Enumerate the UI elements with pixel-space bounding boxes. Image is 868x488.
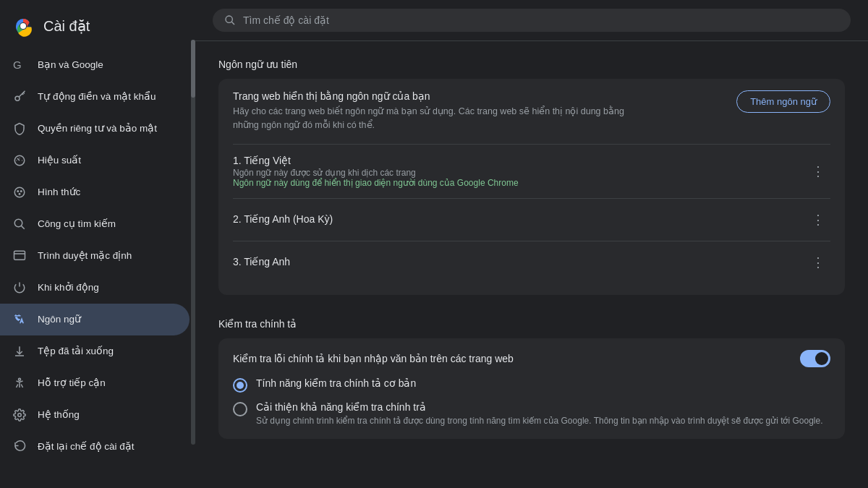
svg-point-8 xyxy=(14,187,25,197)
sidebar: Cài đặt G Bạn và Google Tự động điền và … xyxy=(0,0,195,488)
search-input-wrapper xyxy=(213,9,851,32)
language-en-us-menu-button[interactable]: ⋮ xyxy=(806,209,830,231)
sidebar-item-ban-va-google[interactable]: G Bạn và Google xyxy=(0,49,190,81)
svg-point-12 xyxy=(14,219,22,227)
sidebar-item-hieu-suat[interactable]: Hiệu suất xyxy=(0,145,190,176)
language-en-menu-button[interactable]: ⋮ xyxy=(806,252,830,273)
sidebar-item-dat-lai-che-do[interactable]: Đặt lại chế độ cài đặt xyxy=(0,431,190,463)
svg-line-13 xyxy=(22,226,25,229)
radio-item-enhanced[interactable]: Cải thiện khả năng kiểm tra chính trả Sử… xyxy=(233,401,830,427)
svg-point-19 xyxy=(226,16,232,22)
chrome-logo-icon xyxy=(12,14,35,38)
svg-point-18 xyxy=(18,414,22,417)
search-bar xyxy=(195,0,868,41)
sidebar-item-quyen-rieng-tu[interactable]: Quyền riêng tư và bảo mật xyxy=(0,113,190,145)
browser-icon xyxy=(12,248,27,264)
language-item-en: 3. Tiếng Anh ⋮ xyxy=(233,241,830,283)
sidebar-title: Cài đặt xyxy=(43,17,90,35)
svg-line-20 xyxy=(231,22,234,25)
language-card-header: Trang web hiển thị bằng ngôn ngữ của bạn… xyxy=(233,90,830,132)
radio-enhanced-desc: Sử dụng chính trình kiểm tra chính tả đư… xyxy=(256,414,823,427)
language-priority-section: Ngôn ngữ ưu tiên Trang web hiển thị bằng… xyxy=(218,59,845,295)
sidebar-navigation: G Bạn và Google Tự động điền và mật khẩu… xyxy=(0,49,195,463)
svg-text:G: G xyxy=(13,59,22,71)
language-header-text: Trang web hiển thị bằng ngôn ngữ của bạn… xyxy=(233,90,725,132)
search-icon xyxy=(224,14,236,26)
language-en-name: 3. Tiếng Anh xyxy=(233,256,806,267)
sidebar-item-he-thong[interactable]: Hệ thống xyxy=(0,399,190,431)
main-content: Ngôn ngữ ưu tiên Trang web hiển thị bằng… xyxy=(195,0,868,488)
accessibility-icon xyxy=(12,375,27,391)
language-item-viet-text: 1. Tiếng Việt Ngôn ngữ này được sử dụng … xyxy=(233,155,806,188)
sidebar-item-cong-cu-tim-kiem[interactable]: Công cụ tìm kiếm xyxy=(0,208,190,240)
spell-check-radio-group: Tính năng kiểm tra chính tả cơ bản Cải t… xyxy=(233,377,830,427)
reset-icon xyxy=(12,439,27,455)
language-viet-extra: Ngôn ngữ này dùng để hiển thị giao diện … xyxy=(233,178,806,188)
language-viet-desc: Ngôn ngữ này được sử dụng khi dịch các t… xyxy=(233,168,806,178)
radio-enhanced-outer xyxy=(233,402,247,416)
radio-item-basic[interactable]: Tính năng kiểm tra chính tả cơ bản xyxy=(233,377,830,393)
search-input[interactable] xyxy=(243,14,839,26)
toggle-thumb xyxy=(815,352,828,365)
svg-point-17 xyxy=(19,378,21,380)
svg-line-6 xyxy=(22,94,24,95)
language-item-en-text: 3. Tiếng Anh xyxy=(233,256,806,269)
language-en-us-name: 2. Tiếng Anh (Hoa Kỳ) xyxy=(233,213,806,225)
language-viet-name: 1. Tiếng Việt xyxy=(233,155,806,166)
sidebar-header: Cài đặt xyxy=(0,6,195,49)
search-icon xyxy=(12,216,27,232)
translate-icon xyxy=(12,312,27,328)
sidebar-item-ho-tro-tiep-can[interactable]: Hỗ trợ tiếp cận xyxy=(0,367,190,399)
spell-check-section: Kiểm tra chính tả Kiểm tra lỗi chính tả … xyxy=(218,318,845,439)
sidebar-item-hinh-thuc[interactable]: Hình thức xyxy=(0,176,190,208)
radio-basic-inner xyxy=(237,382,244,389)
svg-point-9 xyxy=(17,191,19,192)
sidebar-item-tu-dong-dien[interactable]: Tự động điền và mật khẩu xyxy=(0,81,190,113)
svg-point-3 xyxy=(15,96,20,100)
language-list: 1. Tiếng Việt Ngôn ngữ này được sử dụng … xyxy=(233,144,830,283)
radio-basic-outer xyxy=(233,378,247,393)
spell-check-section-title: Kiểm tra chính tả xyxy=(218,318,845,330)
download-icon xyxy=(12,343,27,359)
sidebar-item-trinh-duyet-mac-dinh[interactable]: Trình duyệt mặc định xyxy=(0,240,190,272)
add-language-button[interactable]: Thêm ngôn ngữ xyxy=(736,90,830,113)
language-item-viet: 1. Tiếng Việt Ngôn ngữ này được sử dụng … xyxy=(233,145,830,199)
spell-check-card: Kiểm tra lỗi chính tả khi bạn nhập văn b… xyxy=(218,338,845,439)
settings-content: Ngôn ngữ ưu tiên Trang web hiển thị bằng… xyxy=(195,41,868,488)
radio-enhanced-text: Cải thiện khả năng kiểm tra chính trả Sử… xyxy=(256,401,823,427)
spell-check-toggle-label: Kiểm tra lỗi chính tả khi bạn nhập văn b… xyxy=(233,353,514,364)
sidebar-item-khi-khoi-dong[interactable]: Khi khởi động xyxy=(0,272,190,304)
svg-rect-14 xyxy=(14,251,25,260)
svg-line-5 xyxy=(23,93,25,94)
svg-point-11 xyxy=(19,194,20,195)
svg-point-1 xyxy=(20,23,26,29)
sidebar-item-ngon-ngu[interactable]: Ngôn ngữ xyxy=(0,304,190,335)
key-icon xyxy=(12,89,27,105)
language-section-title: Ngôn ngữ ưu tiên xyxy=(218,59,845,70)
gauge-icon xyxy=(12,153,27,168)
language-card-title: Trang web hiển thị bằng ngôn ngữ của bạn xyxy=(233,90,725,102)
power-icon xyxy=(12,280,27,296)
language-item-en-us-text: 2. Tiếng Anh (Hoa Kỳ) xyxy=(233,213,806,226)
language-card-subtitle: Hãy cho các trang web biết ngôn ngữ mà b… xyxy=(233,105,652,132)
language-item-en-us: 2. Tiếng Anh (Hoa Kỳ) ⋮ xyxy=(233,199,830,241)
shield-icon xyxy=(12,121,27,137)
system-settings-icon xyxy=(12,407,27,423)
radio-basic-label: Tính năng kiểm tra chính tả cơ bản xyxy=(256,377,416,389)
palette-icon xyxy=(12,184,27,200)
google-icon: G xyxy=(12,57,27,73)
radio-enhanced-label: Cải thiện khả năng kiểm tra chính trả xyxy=(256,401,823,413)
language-priority-card: Trang web hiển thị bằng ngôn ngữ của bạn… xyxy=(218,79,845,295)
spell-check-toggle-row: Kiểm tra lỗi chính tả khi bạn nhập văn b… xyxy=(233,350,830,367)
radio-basic-text: Tính năng kiểm tra chính tả cơ bản xyxy=(256,377,416,389)
svg-point-10 xyxy=(21,191,22,192)
sidebar-item-tep-da-tai-xuong[interactable]: Tệp đã tải xuống xyxy=(0,335,190,367)
language-viet-menu-button[interactable]: ⋮ xyxy=(806,160,830,182)
spell-check-toggle[interactable] xyxy=(800,350,830,367)
